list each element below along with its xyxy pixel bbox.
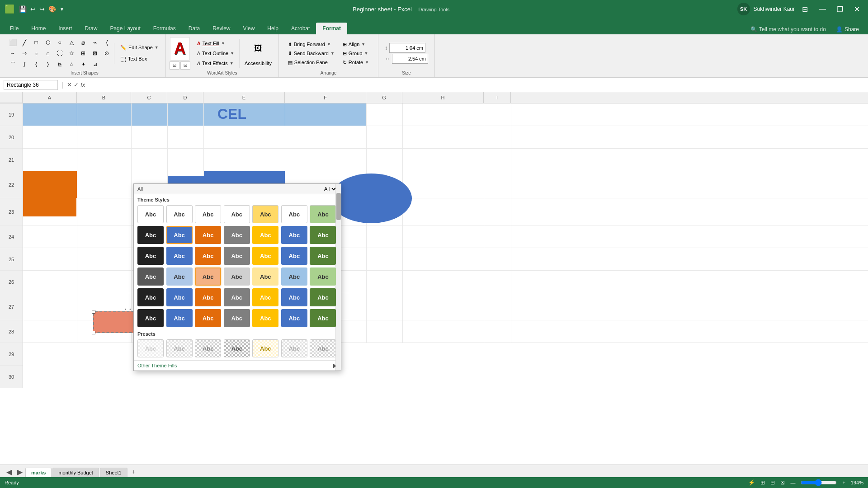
- tab-acrobat[interactable]: Acrobat: [285, 23, 316, 34]
- style-2-5[interactable]: Abc: [252, 226, 278, 244]
- row-num-25[interactable]: 25: [0, 248, 23, 271]
- cell-d21[interactable]: [168, 149, 204, 171]
- cell-a19[interactable]: [23, 103, 77, 126]
- normal-view-button[interactable]: ⊞: [760, 479, 765, 486]
- cell-e21[interactable]: [204, 149, 285, 171]
- tab-home[interactable]: Home: [25, 23, 52, 34]
- cell-a27[interactable]: [23, 293, 77, 320]
- cell-i19[interactable]: [484, 103, 511, 126]
- zoom-slider[interactable]: [801, 479, 837, 486]
- cell-e20[interactable]: [204, 126, 285, 149]
- shape-icon-19[interactable]: ⌒: [7, 59, 18, 69]
- rotate-button[interactable]: ↻ Rotate ▼: [340, 58, 372, 67]
- dropdown-scrollbar[interactable]: [335, 184, 341, 371]
- shape-icon-8[interactable]: ⌁: [90, 38, 100, 47]
- row-num-28[interactable]: 28: [0, 320, 23, 343]
- shape-icon-7[interactable]: ⌀: [78, 38, 89, 47]
- undo-button[interactable]: ↩: [29, 5, 37, 14]
- style-5-7[interactable]: Abc: [310, 288, 336, 306]
- col-header-h[interactable]: H: [402, 92, 484, 103]
- col-header-e[interactable]: E: [203, 92, 285, 103]
- style-3-6[interactable]: Abc: [281, 247, 307, 265]
- accessibility-button[interactable]: Accessibility: [241, 59, 275, 68]
- style-1-7[interactable]: Abc: [310, 205, 336, 223]
- col-header-c[interactable]: C: [131, 92, 167, 103]
- shape-icon-26[interactable]: ⊿: [90, 59, 100, 69]
- row-num-20[interactable]: 20: [0, 126, 23, 149]
- cell-i28[interactable]: [484, 320, 511, 343]
- style-6-3[interactable]: Abc: [195, 309, 221, 327]
- cell-i21[interactable]: [484, 149, 511, 171]
- formula-input[interactable]: [89, 80, 864, 89]
- align-button[interactable]: ⊞ Align ▼: [340, 40, 372, 49]
- preset-1[interactable]: Abc: [137, 339, 164, 357]
- style-4-5[interactable]: Abc: [252, 267, 278, 286]
- cell-g25[interactable]: [367, 248, 403, 271]
- shape-icon-6[interactable]: △: [66, 38, 77, 47]
- preset-5[interactable]: Abc: [252, 339, 278, 357]
- cell-i24[interactable]: [484, 225, 511, 248]
- style-5-6[interactable]: Abc: [281, 288, 307, 306]
- style-2-1[interactable]: Abc: [137, 226, 164, 244]
- cell-i23[interactable]: [484, 198, 511, 225]
- cell-g26[interactable]: [367, 271, 403, 293]
- cell-a24[interactable]: [23, 225, 77, 248]
- cell-f21[interactable]: [285, 149, 367, 171]
- style-5-4[interactable]: Abc: [224, 288, 250, 306]
- row-num-19[interactable]: 19: [0, 103, 23, 126]
- style-1-5[interactable]: Abc: [252, 205, 278, 223]
- shape-icon-10[interactable]: →: [7, 48, 18, 58]
- group-button[interactable]: ⊟ Group ▼: [340, 49, 372, 58]
- cell-a25[interactable]: [23, 248, 77, 271]
- style-5-2[interactable]: Abc: [166, 288, 193, 306]
- minimize-button[interactable]: —: [815, 3, 830, 15]
- cell-g20[interactable]: [367, 126, 403, 149]
- cell-b19[interactable]: [77, 103, 132, 126]
- style-3-7[interactable]: Abc: [310, 247, 336, 265]
- shape-icon-2[interactable]: ╱: [19, 38, 30, 47]
- cell-h25[interactable]: [403, 248, 484, 271]
- cell-h22[interactable]: [403, 171, 484, 198]
- style-2-4[interactable]: Abc: [224, 226, 250, 244]
- shape-icon-20[interactable]: ∫: [19, 59, 30, 69]
- cell-f20[interactable]: [285, 126, 367, 149]
- cel-text-shape[interactable]: CEL: [217, 106, 246, 122]
- style-4-4[interactable]: Abc: [224, 267, 250, 286]
- cell-b25[interactable]: [77, 248, 132, 271]
- row-num-22[interactable]: 22: [0, 171, 23, 198]
- add-sheet-button[interactable]: +: [128, 466, 139, 477]
- style-1-2[interactable]: Abc: [166, 205, 193, 223]
- shape-icon-22[interactable]: }: [42, 59, 53, 69]
- sheet-tab-marks[interactable]: marks: [25, 468, 52, 477]
- row-num-21[interactable]: 21: [0, 149, 23, 171]
- cell-a26[interactable]: [23, 271, 77, 293]
- shape-icon-23[interactable]: ⊵: [54, 59, 65, 69]
- accessibility-status[interactable]: ⚡: [748, 479, 755, 486]
- cell-h20[interactable]: [403, 126, 484, 149]
- tab-page-layout[interactable]: Page Layout: [104, 23, 146, 34]
- cell-h19[interactable]: [403, 103, 484, 126]
- bring-forward-button[interactable]: ⬆ Bring Forward ▼: [285, 40, 338, 49]
- style-3-4[interactable]: Abc: [224, 247, 250, 265]
- style-4-6[interactable]: Abc: [281, 267, 307, 286]
- blue-ellipse-shape[interactable]: [330, 174, 412, 223]
- ribbon-display-button[interactable]: ⊟: [798, 3, 811, 15]
- height-input[interactable]: [389, 43, 425, 53]
- style-5-5[interactable]: Abc: [252, 288, 278, 306]
- cell-i20[interactable]: [484, 126, 511, 149]
- col-header-d[interactable]: D: [167, 92, 203, 103]
- col-header-f[interactable]: F: [285, 92, 366, 103]
- shape-icon-18[interactable]: ⊙: [101, 48, 112, 58]
- cell-g19[interactable]: [367, 103, 403, 126]
- handle-bl[interactable]: [92, 331, 95, 334]
- style-6-5[interactable]: Abc: [252, 309, 278, 327]
- style-1-1[interactable]: Abc: [137, 205, 164, 223]
- shape-icon-12[interactable]: ⬦: [31, 48, 42, 58]
- cell-i25[interactable]: [484, 248, 511, 271]
- style-1-4[interactable]: Abc: [224, 205, 250, 223]
- shape-icon-11[interactable]: ⇒: [19, 48, 30, 58]
- style-6-4[interactable]: Abc: [224, 309, 250, 327]
- close-button[interactable]: ✕: [850, 3, 863, 15]
- cell-a21[interactable]: [23, 149, 77, 171]
- tab-help[interactable]: Help: [261, 23, 285, 34]
